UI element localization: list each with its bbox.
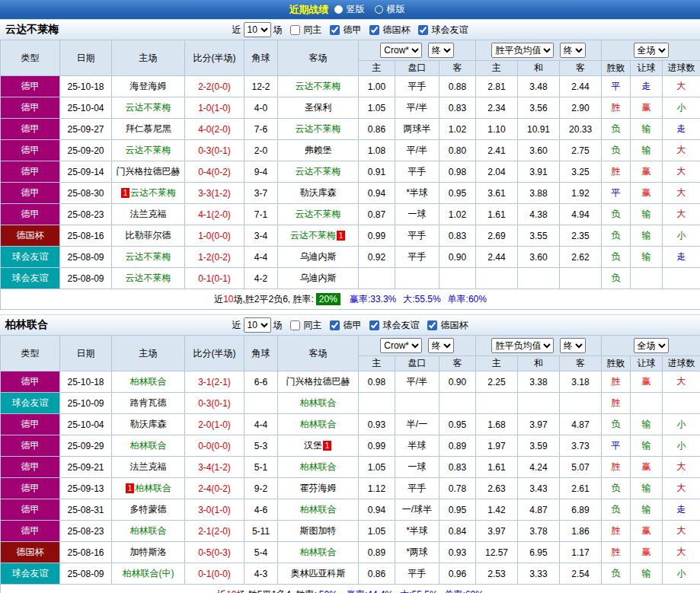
odds-away: 0.78: [439, 478, 476, 499]
match-corner: 4-4: [245, 247, 278, 268]
match-date: 25-10-18: [60, 371, 112, 393]
odds-home: 1.12: [359, 478, 395, 499]
match-date: 25-08-16: [60, 225, 112, 247]
avg-away: 3.25: [560, 161, 602, 183]
avg-home: 1.61: [476, 457, 518, 478]
avg-odds-select[interactable]: 胜平负均值: [491, 43, 554, 58]
odds-final-select[interactable]: 终: [428, 338, 454, 353]
avg-away: [560, 268, 602, 289]
avg-away: 4.94: [560, 204, 602, 225]
team-name: 乌迪内斯: [300, 251, 337, 262]
avg-home: 2.41: [476, 140, 518, 161]
subcol-outcome: 胜败: [602, 356, 631, 371]
handicap-line: 半/一: [395, 414, 439, 435]
result-goals: 大: [663, 161, 700, 183]
match-row: 德甲25-10-04勒沃库森2-0(1-0)4-4柏林联合0.93半/一0.95…: [1, 414, 700, 435]
odds-home: 0.94: [359, 183, 395, 204]
result-outcome: 胜: [602, 371, 631, 393]
match-type: 德甲: [1, 478, 60, 499]
red-card-badge: 1: [337, 231, 345, 241]
away-team: 云达不莱梅1: [278, 225, 359, 247]
fullmatch-group-header: 全场: [602, 336, 700, 356]
summary-lead: 近: [214, 294, 223, 304]
odds-home: 0.86: [359, 563, 395, 585]
fullmatch-select[interactable]: 全场: [634, 338, 669, 353]
fullmatch-select[interactable]: 全场: [634, 43, 669, 58]
match-row: 德甲25-10-18海登海姆2-2(0-0)12-2云达不莱梅1.00平手0.8…: [1, 76, 700, 97]
match-corner: [245, 393, 278, 414]
avg-home: 1.42: [476, 499, 518, 521]
filter-prefix: 近: [232, 24, 241, 37]
match-type: 德甲: [1, 371, 60, 393]
odds-away: 0.84: [439, 521, 476, 542]
handicap-line: 一/球半: [395, 499, 439, 521]
checkbox-dfb-pokal[interactable]: [427, 320, 437, 330]
home-team: 拜仁慕尼黑: [112, 119, 185, 140]
checkbox-same-home[interactable]: [290, 25, 300, 35]
result-goals: [663, 393, 700, 414]
radio-horizontal-label[interactable]: 横版: [387, 3, 405, 16]
radio-vertical[interactable]: [334, 5, 343, 14]
recent-count-select[interactable]: 10: [244, 317, 271, 333]
match-corner: 12-2: [245, 76, 278, 97]
odds-final-select[interactable]: 终: [428, 43, 454, 58]
avg-draw: 4.87: [518, 499, 560, 521]
team-name: 圣保利: [305, 102, 332, 113]
team-name: 云达不莱梅: [126, 251, 171, 262]
checkbox-bundesliga[interactable]: [330, 320, 340, 330]
col-date: 日期: [60, 336, 112, 371]
match-corner: 7-6: [245, 119, 278, 140]
odds-company-select[interactable]: Crow*: [380, 43, 422, 58]
subcol-avg-home: 主: [476, 356, 518, 371]
odds-company-select[interactable]: Crow*: [380, 338, 422, 353]
result-handicap: 输: [631, 499, 663, 521]
match-score: 4-0(2-0): [185, 119, 245, 140]
summary-count: 10: [223, 294, 233, 304]
result-handicap: 赢: [631, 161, 663, 183]
match-type: 德甲: [1, 161, 60, 183]
match-corner: 3-4: [245, 225, 278, 247]
match-type: 德甲: [1, 499, 60, 521]
odds-away: 0.98: [439, 161, 476, 183]
team-name: 多特蒙德: [130, 504, 167, 515]
checkbox-club-friendly[interactable]: [418, 25, 428, 35]
subcol-avg-draw: 和: [518, 356, 560, 371]
result-outcome: 胜: [602, 457, 631, 478]
result-outcome: 负: [602, 204, 631, 225]
checkbox-dfb-pokal[interactable]: [369, 25, 379, 35]
checkbox-same-home[interactable]: [290, 320, 300, 330]
avg-home: 1.68: [476, 414, 518, 435]
result-outcome: 胜: [602, 542, 631, 563]
summary-tail: 场,胜2平2负6, 胜率:: [233, 294, 313, 304]
match-score: 0-3(0-1): [185, 393, 245, 414]
match-date: 25-09-27: [60, 119, 112, 140]
match-score: 0-1(0-0): [185, 563, 245, 585]
result-outcome: 负: [602, 563, 631, 585]
avg-away: 20.33: [560, 119, 602, 140]
home-team: 云达不莱梅: [112, 97, 185, 119]
away-team: 云达不莱梅: [278, 76, 359, 97]
matches-tbody-1: 德甲25-10-18柏林联合3-1(2-1)6-6门兴格拉德巴赫0.98平/半0…: [1, 371, 700, 585]
team-name: 柏林联合: [130, 525, 167, 536]
result-goals: 大: [663, 457, 700, 478]
odds-away: 0.83: [439, 97, 476, 119]
avg-away: 5.07: [560, 457, 602, 478]
avg-final-select[interactable]: 终: [560, 43, 586, 58]
match-score: 3-4(1-2): [185, 457, 245, 478]
match-date: 25-08-30: [60, 183, 112, 204]
away-team: 汉堡1: [278, 435, 359, 457]
team-name: 柏林联合: [300, 397, 337, 408]
match-corner: 7-1: [245, 204, 278, 225]
recent-count-select[interactable]: 10: [244, 22, 271, 37]
team-name: 云达不莱梅: [126, 145, 171, 155]
away-team: 柏林联合: [278, 542, 359, 563]
avg-odds-select[interactable]: 胜平负均值: [491, 338, 554, 353]
radio-vertical-label[interactable]: 竖版: [347, 3, 365, 16]
checkbox-bundesliga[interactable]: [330, 25, 340, 35]
avg-final-select[interactable]: 终: [560, 338, 586, 353]
checkbox-club-friendly[interactable]: [369, 320, 379, 330]
radio-horizontal[interactable]: [375, 5, 383, 14]
match-type: 德甲: [1, 183, 60, 204]
match-score: 3-0(1-0): [185, 499, 245, 521]
handicap-win-rate: 赢率:33.3%: [350, 294, 396, 304]
